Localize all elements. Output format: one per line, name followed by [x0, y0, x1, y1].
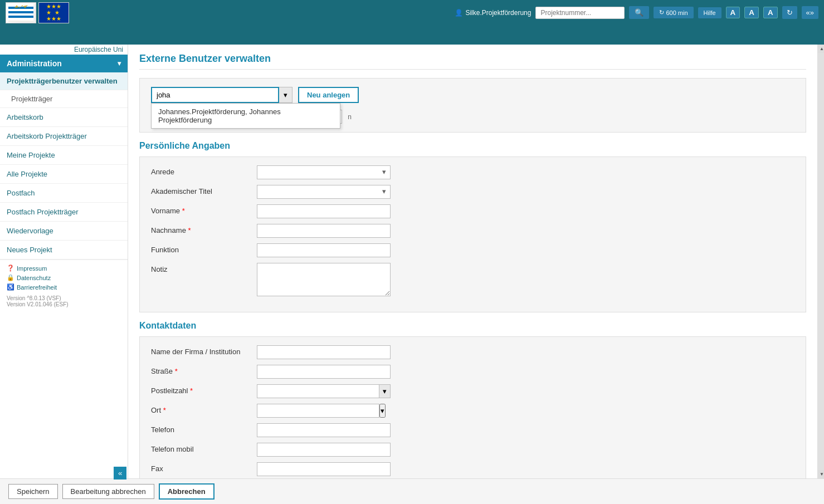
font-large-button[interactable]: A [763, 7, 778, 18]
telefon-mobil-row: Telefon mobil [151, 443, 794, 457]
ort-row: Ort * ▾ [151, 404, 794, 418]
timer-button[interactable]: ↻ 600 min [654, 7, 693, 18]
sidebar-item-postfach[interactable]: Postfach [0, 184, 128, 203]
timer-label: 600 min [666, 9, 688, 16]
datenschutz-link[interactable]: 🔒 Datenschutz [7, 274, 121, 281]
cancel-edit-button[interactable]: Bearbeitung abbrechen [62, 484, 154, 499]
autocomplete-item[interactable]: Johannes.Projektförderung, Johannes Proj… [152, 104, 340, 128]
akademischer-titel-label: Akademischer Titel [151, 185, 251, 195]
font-medium-button[interactable]: A [744, 7, 759, 18]
plz-input[interactable] [257, 384, 379, 398]
telefon-mobil-input[interactable] [257, 443, 391, 457]
sidebar-item-meine-projekte[interactable]: Meine Projekte [0, 146, 128, 165]
vorname-required: * [182, 207, 185, 215]
sidebar-item-arbeitskorb-projekttraeger[interactable]: Arbeitskorb Projektträger [0, 127, 128, 146]
plz-control: ▾ [257, 384, 391, 398]
chevron-button[interactable]: «» [802, 6, 818, 19]
admin-label: Administration [7, 59, 62, 68]
funktion-input[interactable] [257, 243, 391, 257]
sidebar-item-neues-projekt[interactable]: Neues Projekt [0, 241, 128, 260]
plz-label: Postleitzahl * [151, 384, 251, 395]
telefon-control [257, 423, 391, 437]
fax-row: Fax [151, 462, 794, 476]
nachname-input[interactable] [257, 224, 391, 238]
ort-required: * [163, 406, 166, 414]
sidebar-item-arbeitskorb[interactable]: Arbeitskorb [0, 108, 128, 127]
funktion-label: Funktion [151, 243, 251, 254]
scroll-up-button[interactable]: ▲ [818, 45, 824, 53]
personal-section-title: Persönliche Angaben [139, 141, 806, 151]
eu-logo: ★★★★ ★★★★ [38, 2, 69, 23]
svg-rect-6 [8, 16, 33, 18]
impressum-link[interactable]: ❓ Impressum [7, 265, 121, 272]
vorname-row: Vorname * [151, 204, 794, 218]
strasse-input[interactable] [257, 365, 391, 379]
header-left: ★★★★ ★★★★ [6, 2, 69, 23]
sidebar-footer: ❓ Impressum 🔒 Datenschutz ♿ Barrierefrei… [0, 260, 128, 312]
vorname-label: Vorname * [151, 204, 251, 215]
plz-row: Postleitzahl * ▾ [151, 384, 794, 398]
sidebar-admin-item[interactable]: Administration ▾ [0, 55, 128, 72]
sidebar: Administration ▾ Projektträgerbenutzer v… [0, 55, 128, 312]
svg-rect-3 [8, 9, 33, 11]
search-input-wrap: ▾ Johannes.Projektförderung, Johannes Pr… [151, 87, 292, 103]
hilfe-button[interactable]: Hilfe [698, 7, 721, 18]
fax-label: Fax [151, 462, 251, 473]
strasse-control [257, 365, 391, 379]
search-dropdown-button[interactable]: ▾ [279, 87, 292, 103]
firma-control [257, 345, 391, 359]
sidebar-item-projekttraeger-benutzer[interactable]: Projektträgerbenutzer verwalten [0, 72, 128, 90]
notiz-control [257, 263, 391, 298]
eu-label: Europäische Uni [0, 45, 128, 55]
refresh-button[interactable]: ↻ [782, 6, 797, 19]
bottom-bar: Speichern Bearbeitung abbrechen Abbreche… [0, 478, 824, 504]
svg-rect-1 [8, 4, 33, 7]
search-section: ▾ Johannes.Projektförderung, Johannes Pr… [139, 78, 806, 133]
akademischer-titel-select-wrap: Dr. Prof. [257, 185, 391, 199]
eu-stars: ★★★★ ★★★★ [46, 3, 61, 22]
telefon-mobil-control [257, 443, 391, 457]
telefon-input[interactable] [257, 423, 391, 437]
akademischer-titel-row: Akademischer Titel Dr. Prof. [151, 185, 794, 199]
funktion-control [257, 243, 391, 257]
username-search-input[interactable] [151, 87, 279, 103]
sidebar-item-projekttraeger[interactable]: Projektträger [0, 90, 128, 108]
ort-down-button[interactable]: ▾ [379, 404, 386, 418]
fax-control [257, 462, 391, 476]
abort-button[interactable]: Abbrechen [159, 483, 214, 500]
anrede-select[interactable]: Herr Frau [257, 165, 391, 179]
refresh-icon-small: ↻ [659, 9, 664, 16]
ort-input[interactable] [257, 404, 379, 418]
plz-down-button[interactable]: ▾ [379, 384, 391, 398]
akademischer-titel-select[interactable]: Dr. Prof. [257, 185, 391, 199]
admin-arrow-icon: ▾ [118, 60, 121, 67]
barrierefreiheit-icon: ♿ [7, 283, 14, 291]
firma-row: Name der Firma / Institution [151, 345, 794, 359]
bavaria-logo [6, 2, 36, 23]
sidebar-item-postfach-projekttraeger[interactable]: Postfach Projektträger [0, 203, 128, 222]
user-info: 👤 Silke.Projektförderung [455, 9, 531, 17]
vorname-input[interactable] [257, 204, 391, 218]
project-number-input[interactable] [535, 7, 625, 19]
nachname-row: Nachname * [151, 224, 794, 238]
sidebar-item-alle-projekte[interactable]: Alle Projekte [0, 165, 128, 184]
sidebar-collapse-button[interactable]: « [114, 467, 126, 479]
vorname-control [257, 204, 391, 218]
fax-input[interactable] [257, 462, 391, 476]
barrierefreiheit-link[interactable]: ♿ Barrierefreiheit [7, 283, 121, 291]
page-title: Externe Benutzer verwalten [139, 53, 806, 70]
ort-wrap: ▾ [257, 404, 391, 418]
right-scrollbar[interactable]: ▲ ▼ [817, 45, 824, 478]
strasse-row: Straße * [151, 365, 794, 379]
firma-input[interactable] [257, 345, 391, 359]
datenschutz-icon: 🔒 [7, 274, 14, 281]
neu-anlegen-button[interactable]: Neu anlegen [298, 87, 359, 103]
font-small-button[interactable]: A [726, 7, 740, 18]
scroll-down-button[interactable]: ▼ [818, 470, 824, 478]
project-search-button[interactable]: 🔍 [629, 6, 649, 19]
save-button[interactable]: Speichern [8, 484, 58, 499]
notiz-textarea[interactable] [257, 263, 391, 296]
strasse-label: Straße * [151, 365, 251, 375]
sidebar-item-wiedervorlage[interactable]: Wiedervorlage [0, 222, 128, 241]
kontakt-form-section: Name der Firma / Institution Straße * [139, 336, 806, 478]
